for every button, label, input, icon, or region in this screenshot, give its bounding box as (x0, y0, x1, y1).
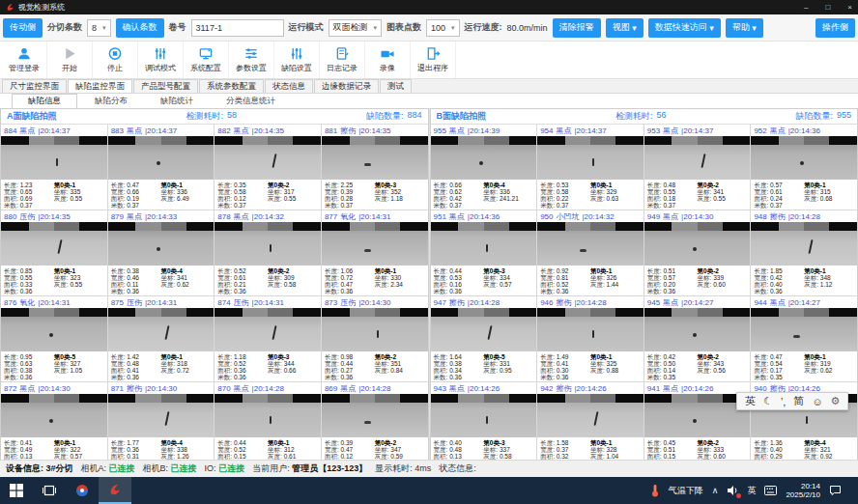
defect-cell[interactable]: 952 黑点 |20:14:36 长度: 0.57 宽度: 0.61 面积: 0… (751, 125, 857, 210)
defect-image[interactable] (214, 222, 321, 266)
defect-image[interactable] (644, 308, 751, 351)
help-menu-button[interactable]: 帮助 ▾ (726, 18, 763, 38)
defect-image[interactable] (1, 394, 107, 437)
defect-cell[interactable]: 879 黑点 |20:14:33 长度: 0.38 宽度: 0.46 面积: 0… (108, 210, 214, 295)
tab-system-params[interactable]: 系统参数配置 (199, 79, 264, 93)
defect-image[interactable] (751, 222, 857, 266)
subtab-defect-info[interactable]: 缺陷信息 (12, 94, 77, 109)
task-view-button[interactable] (33, 477, 66, 504)
slit-count-select[interactable]: 8▾ (87, 19, 111, 37)
defect-image[interactable] (431, 222, 537, 266)
weather-status[interactable]: 气温下降 (669, 485, 703, 497)
exit-program-button[interactable]: 退出程序 (411, 42, 456, 78)
defect-image[interactable] (537, 136, 644, 180)
defect-cell[interactable]: 884 黑点 |20:14:37 长度: 1.23 宽度: 0.65 面积: 0… (1, 125, 107, 210)
tab-test[interactable]: 测试 (380, 79, 412, 93)
view-menu-button[interactable]: 视图 ▾ (606, 18, 644, 38)
ime-language-toggle[interactable]: 英 (745, 394, 756, 408)
chart-points-select[interactable]: 100▾ (426, 19, 460, 37)
stop-button[interactable]: 停止 (93, 42, 138, 78)
maximize-button[interactable]: □ (825, 3, 830, 12)
close-button[interactable]: × (847, 3, 852, 12)
quick-access-menu-button[interactable]: 数据快速访问 ▾ (648, 18, 721, 38)
defect-cell[interactable]: 871 擦伤 |20:14:30 长度: 1.77 宽度: 0.36 面积: 0… (108, 382, 214, 467)
defect-cell[interactable]: 945 黑点 |20:14:27 长度: 0.42 宽度: 0.50 面积: 0… (644, 296, 751, 381)
ime-indicator[interactable]: 英 (747, 485, 756, 497)
subtab-defect-stats[interactable]: 缺陷统计 (145, 95, 209, 108)
defect-cell[interactable]: 880 压伤 |20:14:35 长度: 0.85 宽度: 0.55 面积: 0… (1, 210, 107, 295)
defect-cell[interactable]: 954 黑点 |20:14:37 长度: 0.53 宽度: 0.58 面积: 0… (537, 125, 644, 210)
subtab-class-info-stats[interactable]: 分类信息统计 (211, 95, 291, 108)
ime-simplified-toggle[interactable]: 简 (793, 394, 804, 408)
defect-image[interactable] (537, 222, 644, 266)
operator-side-button[interactable]: 操作侧 (815, 18, 855, 38)
minimize-button[interactable]: – (804, 3, 808, 12)
defect-cell[interactable]: 869 黑点 |20:14:28 长度: 0.39 宽度: 0.47 面积: 0… (322, 382, 428, 467)
defect-cell[interactable]: 947 擦伤 |20:14:28 长度: 1.64 宽度: 0.38 面积: 0… (431, 296, 537, 381)
taskbar-app-media[interactable] (66, 477, 99, 504)
defect-image[interactable] (644, 394, 751, 437)
defect-cell[interactable]: 882 黑点 |20:14:35 长度: 0.35 宽度: 0.58 面积: 0… (214, 125, 321, 210)
ime-punctuation-toggle[interactable]: ’, (781, 396, 786, 407)
defect-image[interactable] (537, 394, 644, 437)
parameter-settings-button[interactable]: 参数设置 (229, 42, 274, 78)
defect-cell[interactable]: 951 黑点 |20:14:36 长度: 0.44 宽度: 0.53 面积: 0… (431, 210, 537, 295)
ime-emoji-icon[interactable]: ☺ (812, 396, 822, 407)
defect-cell[interactable]: 946 擦伤 |20:14:28 长度: 1.49 宽度: 0.41 面积: 0… (537, 296, 644, 381)
defect-image[interactable] (322, 394, 428, 437)
defect-image[interactable] (108, 136, 214, 180)
defect-cell[interactable]: 944 黑点 |20:14:27 长度: 0.47 宽度: 0.54 面积: 0… (751, 296, 857, 381)
defect-image[interactable] (214, 394, 321, 437)
clock[interactable]: 20:14 2025/2/10 (786, 482, 820, 499)
subtab-defect-distribution[interactable]: 缺陷分布 (79, 95, 143, 108)
defect-image[interactable] (1, 222, 107, 266)
tray-overflow-chevron-icon[interactable]: ∧ (712, 486, 719, 495)
defect-image[interactable] (431, 308, 537, 351)
defect-cell[interactable]: 874 压伤 |20:14:31 长度: 1.18 宽度: 0.52 面积: 0… (214, 296, 321, 381)
defect-image[interactable] (431, 394, 537, 437)
run-mode-select[interactable]: 双面检测▾ (329, 19, 383, 37)
start-button[interactable] (0, 477, 33, 504)
defect-cell[interactable]: 948 擦伤 |20:14:28 长度: 1.85 宽度: 0.42 面积: 0… (751, 210, 857, 295)
ime-settings-gear-icon[interactable]: ⚙ (831, 395, 841, 407)
defect-cell[interactable]: 955 黑点 |20:14:39 长度: 0.66 宽度: 0.62 面积: 0… (431, 125, 537, 210)
defect-image[interactable] (108, 222, 214, 266)
defect-cell[interactable]: 953 黑点 |20:14:37 长度: 0.48 宽度: 0.55 面积: 0… (644, 125, 751, 210)
defect-cell[interactable]: 883 黑点 |20:14:37 长度: 0.47 宽度: 0.66 面积: 0… (108, 125, 214, 210)
defect-image[interactable] (322, 222, 428, 266)
system-config-button[interactable]: 系统配置 (184, 42, 229, 78)
defect-cell[interactable]: 881 擦伤 |20:14:35 长度: 2.25 宽度: 0.39 面积: 0… (322, 125, 428, 210)
defect-image[interactable] (751, 136, 857, 180)
record-video-button[interactable]: 录像 (365, 42, 411, 78)
touch-keyboard-icon[interactable] (764, 486, 777, 495)
defect-image[interactable] (751, 308, 857, 351)
start-button[interactable]: 开始 (47, 42, 93, 78)
roll-number-input[interactable]: 3117-1 (191, 19, 284, 37)
defect-cell[interactable]: 949 黑点 |20:14:30 长度: 0.51 宽度: 0.57 面积: 0… (644, 210, 751, 295)
log-record-button[interactable]: 日志记录 (320, 42, 365, 78)
volume-icon[interactable] (727, 485, 738, 496)
defect-cell[interactable]: 872 黑点 |20:14:30 长度: 0.41 宽度: 0.49 面积: 0… (1, 382, 107, 467)
defect-cell[interactable]: 876 氧化 |20:14:31 长度: 0.95 宽度: 0.63 面积: 0… (1, 296, 107, 381)
clear-alarm-button[interactable]: 清除报警 (553, 18, 601, 38)
defect-image[interactable] (108, 394, 214, 437)
ime-fullwidth-moon-icon[interactable]: ☾ (763, 395, 773, 407)
defect-image[interactable] (431, 136, 537, 180)
confirm-count-button[interactable]: 确认条数 (116, 18, 164, 38)
defect-cell[interactable]: 941 黑点 |20:14:26 长度: 0.45 宽度: 0.51 面积: 0… (644, 382, 751, 467)
defect-cell[interactable]: 875 压伤 |20:14:31 长度: 1.42 宽度: 0.48 面积: 0… (108, 296, 214, 381)
defect-cell[interactable]: 873 压伤 |20:14:30 长度: 0.98 宽度: 0.44 面积: 0… (322, 296, 428, 381)
debug-mode-button[interactable]: 调试模式 (138, 42, 184, 78)
tab-status-info[interactable]: 状态信息 (265, 79, 313, 93)
defect-cell[interactable]: 950 小凹坑 |20:14:32 长度: 0.92 宽度: 0.81 面积: … (537, 210, 644, 295)
defect-image[interactable] (1, 136, 107, 180)
admin-login-button[interactable]: 管理登录 (2, 42, 47, 78)
action-center-icon[interactable] (829, 485, 842, 496)
defect-image[interactable] (322, 136, 428, 180)
defect-image[interactable] (214, 136, 321, 180)
defect-cell[interactable]: 943 黑点 |20:14:26 长度: 0.40 宽度: 0.48 面积: 0… (431, 382, 537, 467)
defect-image[interactable] (644, 136, 751, 180)
tab-defect-monitor[interactable]: 缺陷监控界面 (68, 79, 132, 93)
defect-cell[interactable]: 870 黑点 |20:14:28 长度: 0.44 宽度: 0.52 面积: 0… (214, 382, 321, 467)
defect-image[interactable] (322, 308, 428, 351)
